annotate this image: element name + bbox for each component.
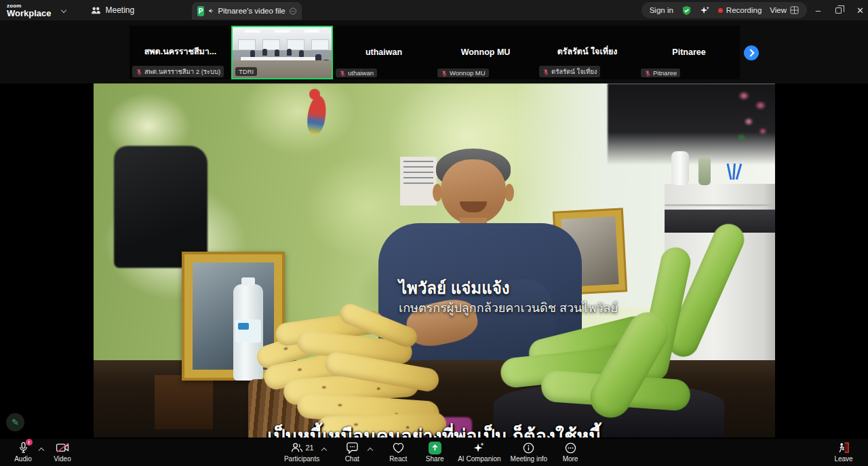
camera-off-icon: [56, 442, 70, 453]
main-shared-video[interactable]: ไพวัลย์ แจ่มแจ้ง เกษตรกรผู้ปลูกกล้วยคาเว…: [94, 83, 775, 438]
office-chair: [114, 146, 208, 268]
share-label: Share: [426, 455, 444, 463]
participant-name: สพด.นครราชสีมา...: [130, 45, 231, 58]
chat-options-chevron[interactable]: [366, 442, 375, 456]
participants-label: Participants: [284, 455, 319, 463]
share-button[interactable]: Share: [421, 439, 448, 463]
video-caption: เป็นหนี้เหมือนคนอย่างที่พ่อเป็น ก็ต้องใช…: [94, 421, 775, 438]
ai-companion-label: AI Companion: [458, 455, 500, 463]
leave-door-icon: [837, 442, 850, 454]
parrot-mural-head: [309, 89, 320, 100]
restore-button[interactable]: [835, 7, 842, 14]
participant-label: TDRI: [235, 67, 257, 76]
wall-sign: [400, 157, 437, 206]
speaker-icon: [208, 7, 214, 15]
chat-bubble-icon: [346, 442, 359, 454]
shield-check-icon[interactable]: [682, 5, 692, 16]
ai-companion-button[interactable]: AI Companion: [458, 439, 500, 463]
file-tab-label: Pitnaree's video file: [218, 7, 285, 15]
ceiling-light: [245, 30, 260, 33]
participant-name: ดรัลรัตน์ ใจเที่ยง: [536, 45, 638, 58]
muted-mic-icon: [644, 70, 651, 77]
muted-mic-icon: [441, 70, 448, 77]
participant-label-text: Pitnaree: [653, 69, 677, 77]
logo-workplace-text: Workplace: [7, 9, 52, 18]
participants-button[interactable]: 21 Participants: [284, 439, 319, 463]
recording-indicator: Recording: [718, 6, 762, 14]
view-button[interactable]: View: [770, 6, 799, 14]
more-button[interactable]: More: [557, 439, 584, 463]
attendee: [262, 49, 267, 56]
audio-alert-badge: !: [26, 439, 33, 446]
muted-mic-icon: [136, 69, 142, 75]
leave-button[interactable]: Leave: [830, 439, 857, 463]
titlebar: zoom Workplace Meeting P Pitnaree's vide…: [0, 0, 868, 20]
meeting-info-button[interactable]: Meeting info: [511, 439, 547, 463]
attendee: [299, 50, 304, 57]
meeting-info-label: Meeting info: [511, 455, 547, 463]
participants-options-chevron[interactable]: [319, 442, 329, 456]
chat-button[interactable]: Chat: [338, 439, 366, 463]
tab-pitnaree-video-file[interactable]: P Pitnaree's video file: [192, 2, 302, 20]
info-icon: [523, 442, 534, 454]
audio-options-chevron[interactable]: [37, 442, 46, 456]
audio-button[interactable]: ! Audio: [9, 439, 37, 463]
more-label: More: [563, 455, 578, 463]
farmer-face: [441, 159, 506, 225]
muted-mic-icon: [339, 70, 346, 77]
recording-dot-icon: [718, 8, 723, 13]
ceiling-light: [304, 30, 319, 33]
next-participants-button[interactable]: [744, 45, 759, 60]
muted-mic-icon: [542, 69, 549, 75]
participant-tile-wonnop[interactable]: Wonnop MU Wonnop MU: [435, 26, 536, 79]
video-button[interactable]: Video: [49, 439, 76, 463]
more-ellipsis-icon: [565, 442, 576, 454]
heart-icon: [392, 442, 405, 454]
chevron-down-icon[interactable]: [61, 7, 66, 13]
toolbar-center-group: 21 Participants Chat: [284, 439, 584, 466]
annotate-button[interactable]: ✎: [6, 413, 24, 431]
attendee: [275, 50, 279, 56]
participant-name: Pitnaree: [638, 47, 740, 56]
share-screen-icon: [429, 442, 441, 454]
participant-label-text: uthaiwan: [348, 69, 374, 77]
chat-label: Chat: [345, 455, 359, 463]
attendee: [287, 49, 292, 56]
view-grid-icon: [790, 6, 799, 14]
tab-options-icon[interactable]: [290, 6, 296, 16]
flowers-decor: [730, 86, 775, 151]
participant-tile-pitnaree[interactable]: Pitnaree Pitnaree: [638, 26, 740, 79]
participant-label: สพด.นครราชสีมา 2 (ระบบ): [132, 66, 224, 77]
participant-tile-sapod[interactable]: สพด.นครราชสีมา... สพด.นครราชสีมา 2 (ระบบ…: [130, 26, 231, 79]
participant-name: Wonnop MU: [435, 47, 536, 56]
view-label: View: [770, 6, 787, 14]
room-window: [238, 39, 256, 50]
titlebar-right-group: Sign in Recording View: [642, 2, 807, 18]
minimize-button[interactable]: –: [816, 5, 821, 16]
participant-tile-uthaiwan[interactable]: uthaiwan uthaiwan: [333, 26, 435, 79]
participant-filmstrip: สพด.นครราชสีมา... สพด.นครราชสีมา 2 (ระบบ…: [0, 20, 868, 83]
sign-in-button[interactable]: Sign in: [650, 6, 673, 14]
tab-meeting[interactable]: Meeting: [91, 5, 135, 15]
meeting-toolbar: ! Audio Video: [0, 439, 868, 466]
participant-tile-daranrat[interactable]: ดรัลรัตน์ ใจเที่ยง ดรัลรัตน์ ใจเที่ยง: [536, 26, 638, 79]
close-button[interactable]: ✕: [856, 5, 864, 16]
react-button[interactable]: React: [384, 439, 412, 463]
audio-label: Audio: [14, 455, 32, 463]
meeting-people-icon: [91, 6, 101, 15]
participants-icon: [290, 442, 303, 453]
participant-tile-tdri[interactable]: TDRI: [231, 26, 333, 79]
pen-holder: [727, 163, 747, 185]
bottles-on-fridge: [667, 149, 728, 185]
pencil-icon: ✎: [12, 417, 19, 427]
participant-label-text: ดรัลรัตน์ ใจเที่ยง: [551, 66, 597, 77]
participant-label: ดรัลรัตน์ ใจเที่ยง: [539, 66, 600, 77]
participants-count: 21: [305, 444, 313, 452]
avatar: P: [197, 6, 204, 16]
participant-label-text: Wonnop MU: [450, 69, 486, 77]
toolbar-left-group: ! Audio Video: [9, 439, 76, 466]
window-controls: – ✕: [816, 0, 864, 20]
ai-sparkle-icon[interactable]: [700, 5, 710, 16]
participant-label: Wonnop MU: [437, 69, 489, 77]
participant-label-text: สพด.นครราชสีมา 2 (ระบบ): [144, 66, 220, 77]
